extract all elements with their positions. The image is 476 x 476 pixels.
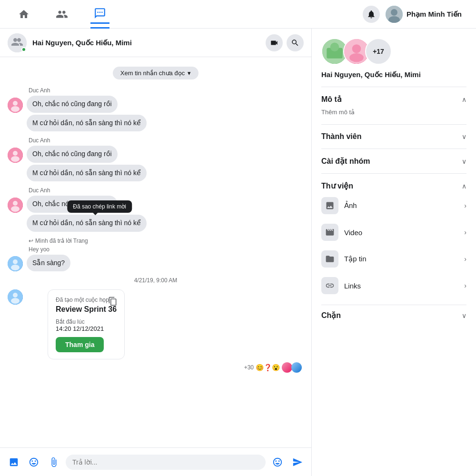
meeting-created-text: Đã tạo một cuộc họp <box>56 297 117 303</box>
group-avatar-more: +17 <box>365 38 392 65</box>
message-row: Sẵn sàng? <box>8 255 304 272</box>
message-row: Oh, chắc nó cũng đang rồi <box>8 96 304 113</box>
bell-icon[interactable] <box>363 6 380 23</box>
reply-arrow-icon: ↩ <box>29 238 33 244</box>
library-item-anh[interactable]: Ảnh › <box>321 192 466 219</box>
chevron-right-icon: › <box>464 282 466 289</box>
library-label-tap-tin: Tập tin <box>344 255 367 263</box>
sender-name: Hey yoo <box>29 246 304 253</box>
message-group: Duc Anh Oh, chắc nó cũng đang rồi M cứ h… <box>8 87 304 131</box>
library-label-video: Video <box>344 228 362 237</box>
message-bubble: Oh, chắc nó cũng đang rồi <box>27 146 118 163</box>
send-button[interactable] <box>289 454 306 470</box>
chat-header-avatar <box>8 33 27 52</box>
message-input[interactable] <box>66 455 266 470</box>
svg-point-27 <box>349 53 364 62</box>
section-chan: Chặn ∨ <box>321 305 466 326</box>
library-item-links[interactable]: Links › <box>321 272 466 299</box>
user-info[interactable]: Phạm Minh Tiến <box>386 6 462 23</box>
search-button[interactable] <box>287 34 304 51</box>
file-attach-button[interactable] <box>46 454 62 470</box>
svg-point-4 <box>391 9 397 16</box>
section-title-thu-vien: Thư viện <box>321 181 353 190</box>
reaction-count: +30 <box>244 364 254 371</box>
meeting-card: Đã tạo một cuộc họp Review Sprint 36 Bắt… <box>48 289 125 359</box>
top-nav: Phạm Minh Tiến <box>0 0 476 29</box>
avatar <box>8 148 23 163</box>
section-mo-ta-header[interactable]: Mô tả ∧ <box>321 93 466 106</box>
section-title-mo-ta: Mô tả <box>321 95 342 104</box>
section-thu-vien: Thư viện ∧ Ảnh › Video <box>321 173 466 305</box>
section-thu-vien-header[interactable]: Thư viện ∧ <box>321 179 466 192</box>
mo-ta-sub[interactable]: Thêm mô tả <box>321 106 466 119</box>
sticker-button[interactable] <box>26 454 42 470</box>
library-item-left: Tập tin <box>321 250 367 268</box>
svg-point-15 <box>11 206 20 212</box>
section-thanh-vien: Thành viên ∨ <box>321 124 466 149</box>
group-avatars: +17 <box>321 38 466 65</box>
svg-point-1 <box>99 12 101 13</box>
message-bubble: Sẵn sàng? <box>27 255 70 272</box>
nav-home[interactable] <box>14 5 33 24</box>
library-item-left: Links <box>321 277 361 294</box>
unread-button[interactable]: Xem tin nhắn chưa đọc ▾ <box>113 67 198 79</box>
svg-point-9 <box>11 106 20 112</box>
svg-point-24 <box>330 42 339 51</box>
sender-name: Duc Anh <box>29 137 304 144</box>
video-call-button[interactable] <box>266 34 283 51</box>
avatar <box>8 289 23 305</box>
link-icon <box>321 277 338 294</box>
nav-groups[interactable] <box>52 5 71 24</box>
main-layout: Hai Nguyen, Quốc Hiếu, Mimi Xem tin nhắn… <box>0 29 476 476</box>
unread-label: Xem tin nhắn chưa đọc <box>120 69 185 77</box>
chevron-down-icon: ∨ <box>462 312 466 319</box>
copy-link-button[interactable] <box>108 297 118 308</box>
user-avatar <box>386 6 403 23</box>
chat-panel: Hai Nguyen, Quốc Hiếu, Mimi Xem tin nhắn… <box>0 29 312 476</box>
library-item-video[interactable]: Video › <box>321 219 466 246</box>
svg-point-17 <box>13 259 18 264</box>
emoji-button[interactable] <box>269 454 286 470</box>
tooltip: Đã sao chép link mời <box>67 200 132 213</box>
section-chan-header[interactable]: Chặn ∨ <box>321 311 466 320</box>
svg-point-8 <box>13 101 18 106</box>
timestamp-divider: 4/21/19, 9:00 AM <box>8 277 304 284</box>
sender-name: Duc Anh <box>29 87 304 94</box>
chat-header-actions <box>266 34 304 51</box>
avatar <box>8 198 23 213</box>
image-attach-button[interactable] <box>6 454 22 470</box>
user-name: Phạm Minh Tiến <box>407 10 462 19</box>
message-row: M cứ hỏi dần, nó sẵn sàng thì nó kể <box>8 115 304 132</box>
library-item-left: Ảnh <box>321 197 357 214</box>
emoji-reactions: 😊❓😮 <box>256 364 280 371</box>
section-title-thanh-vien: Thành viên <box>321 132 361 141</box>
svg-point-2 <box>101 12 103 13</box>
tooltip-wrapper: Đã sao chép link mời M cứ hỏi dần, nó sẵ… <box>27 215 147 232</box>
reactions-row: +30 😊❓😮 <box>8 362 304 373</box>
meeting-time-value: 14:20 12/12/2021 <box>56 325 117 332</box>
chat-header: Hai Nguyen, Quốc Hiếu, Mimi <box>0 29 311 57</box>
chevron-right-icon: › <box>464 202 466 209</box>
messages-area[interactable]: Xem tin nhắn chưa đọc ▾ Duc Anh Oh, chắc… <box>0 57 311 447</box>
section-cai-dat-header[interactable]: Cài đặt nhóm ∨ <box>321 155 466 168</box>
message-row: Oh, chắc nó cũng đang rồi <box>8 146 304 163</box>
message-group: Duc Anh Oh, chắc nó cũng đang rồi Đã sao… <box>8 187 304 231</box>
nav-right: Phạm Minh Tiến <box>363 6 462 23</box>
meeting-title: Review Sprint 36 <box>56 305 117 314</box>
section-thanh-vien-header[interactable]: Thành viên ∨ <box>321 130 466 143</box>
join-meeting-button[interactable]: Tham gia <box>56 337 104 352</box>
message-row: Đã sao chép link mời M cứ hỏi dần, nó sẵ… <box>8 215 304 232</box>
message-row: Oh, chắc nó cũng đang rồi <box>8 196 304 213</box>
avatar <box>8 98 23 113</box>
right-panel: +17 Hai Nguyen, Quốc Hiếu, Mimi Mô tả ∧ … <box>312 29 476 476</box>
svg-point-14 <box>13 201 18 206</box>
svg-point-26 <box>352 44 361 53</box>
chevron-right-icon: › <box>464 228 466 236</box>
nav-chat[interactable] <box>90 5 109 24</box>
chevron-down-icon: ▾ <box>188 69 191 77</box>
svg-point-12 <box>11 156 20 162</box>
chevron-right-icon: › <box>464 255 466 263</box>
svg-point-18 <box>11 265 20 270</box>
message-row: M cứ hỏi dần, nó sẵn sàng thì nó kể <box>8 165 304 182</box>
library-item-tap-tin[interactable]: Tập tin › <box>321 246 466 272</box>
